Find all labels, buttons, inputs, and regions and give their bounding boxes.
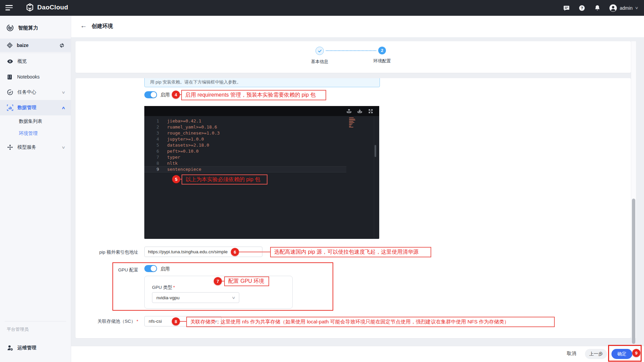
requirements-toggle[interactable] [144,91,157,98]
workspace-icon [7,42,13,48]
chevron-down-icon: ∨ [635,6,638,10]
sidebar: 智能算力 baize 概览 Notebooks 任务中心 ∨ 数据管理 [0,16,71,362]
info-alert: 用 pip 安装依赖。请在下方编辑框中输入参数。 [144,78,380,87]
pip-index-label: pip 额外索引包地址 [76,249,138,255]
annotation-badge-6: 6 [231,248,239,256]
switch-workspace-icon[interactable] [59,43,65,48]
code-line: 3rouge_chinese>=1.0.3 [144,130,379,136]
help-icon[interactable]: ? [578,4,586,12]
sidebar-item-model-service[interactable]: 模型服务 ∨ [0,140,71,155]
annotation-badge-8: 8 [172,317,180,325]
hamburger-icon[interactable] [5,5,13,10]
stepper: 基本信息 2 环境配置 [283,41,424,73]
user-menu[interactable]: admin ∨ [609,4,638,12]
code-line: 1jieba>=0.42.1 [144,118,379,124]
brand-name: DaoCloud [37,4,68,11]
annotation-box-8: 关联存储类；这里使用 nfs 作为共享存储（如果使用 local-path 可能… [186,317,555,327]
chevron-down-icon: ∨ [61,145,65,150]
code-line: 4jupyter>=1.0.0 [144,136,379,142]
page-title: 创建环境 [92,23,113,30]
form-card: 用 pip 安装依赖。请在下方编辑框中输入参数。 启用 4 启用 require… [76,78,631,338]
check-icon [318,49,322,53]
sidebar-item-overview[interactable]: 概览 [0,54,71,69]
download-icon[interactable] [357,108,362,114]
code-line: 9sentencepiece [144,166,346,172]
username: admin [620,5,633,11]
editor-toolbar [144,106,379,116]
annotation-box-4: 启用 requirements 管理，预装本实验需要依赖的 pip 包 [181,90,326,100]
upload-icon[interactable] [346,108,352,114]
annotation-badge-5: 5 [172,175,180,183]
svg-text:?: ? [581,6,583,10]
module-header: 智能算力 [0,16,71,39]
requirements-code-editor[interactable]: 1jieba>=0.42.12ruamel_yaml>=0.18.63rouge… [144,106,379,239]
step-current-circle: 2 [378,47,386,54]
main-content: ← 创建环境 基本信息 2 环境配置 用 pip 安装依赖。请在下方编辑框中输入… [71,16,644,362]
annotation-badge-9: 9 [632,349,640,357]
requirements-toggle-label: 启用 [160,92,170,98]
workspace-name: baize [17,43,59,48]
code-line: 2ruamel_yaml>=0.18.6 [144,124,379,130]
task-check-icon [7,89,13,96]
avatar-icon [609,4,617,12]
chevron-down-icon: ∨ [61,90,65,95]
annotation-box-6: 选配高速国内 pip 源，可以使拉包速度飞起，这里使用清华源 [270,247,431,257]
sidebar-item-data-management[interactable]: 数据管理 ∧ [0,100,71,115]
page-header: ← 创建环境 [71,16,644,38]
editor-scrollbar-thumb[interactable] [375,145,376,157]
code-editor-lines: 1jieba>=0.42.12ruamel_yaml>=0.18.63rouge… [144,118,379,172]
brand[interactable]: DaoCloud [26,3,68,12]
chevron-up-icon: ∧ [61,106,65,110]
storage-pool-label: 关联存储池（SC）* [76,318,138,324]
code-line: 5datasets>=2.18.0 [144,142,379,148]
sidebar-item-notebooks[interactable]: Notebooks [0,69,71,85]
divider [0,53,71,53]
divider [5,321,66,321]
book-icon [7,74,13,80]
annotation-box-7: 配置 GPU 环境 [224,276,269,286]
annotation-badge-4: 4 [172,91,180,99]
sidebar-item-env-management[interactable]: 环境管理 [0,127,71,140]
footer-bar: 取消 上一步 确定 [71,346,644,362]
storage-pool-value: nfs-csi [149,319,162,324]
daocloud-logo-icon [26,3,34,12]
sidebar-item-dataset-list[interactable]: 数据集列表 [0,115,71,127]
ops-person-gear-icon [7,345,13,351]
cancel-button[interactable]: 取消 [563,351,580,357]
annotation-frame-gpu [112,262,333,311]
stepper-card: 基本信息 2 环境配置 [76,41,631,73]
step-basic-info: 基本信息 [306,47,334,65]
sidebar-item-ops-management[interactable]: 运维管理 [7,345,36,351]
sidebar-item-task-center[interactable]: 任务中心 ∨ [0,85,71,100]
eye-icon [7,58,13,65]
bell-icon[interactable] [594,4,601,12]
chat-icon[interactable] [563,4,570,12]
annotation-line-6 [239,252,270,252]
model-nodes-icon [7,144,13,151]
annotation-box-5: 以上为本实验必须依赖的 pip 包 [182,174,267,185]
step-done-circle [315,47,324,55]
code-line: 6peft>=0.10.0 [144,148,379,154]
module-icon [6,24,14,32]
annotation-line-8 [179,321,186,322]
code-line: 7typer [144,154,379,160]
previous-step-button[interactable]: 上一步 [585,349,607,359]
code-line: 8nltk [144,160,379,166]
info-alert-text: 用 pip 安装依赖。请在下方编辑框中输入参数。 [150,79,241,85]
page-scrollbar-thumb[interactable] [632,199,635,344]
editor-scrollbar-track [374,116,374,239]
step-env-config: 2 环境配置 [368,47,396,64]
annotation-badge-7: 7 [214,277,222,285]
expand-icon[interactable] [368,108,373,114]
workspace-selector[interactable]: baize [0,39,71,52]
required-asterisk: * [137,319,138,324]
data-chart-icon [7,104,13,111]
requirements-toggle-row: 启用 [144,91,170,98]
back-arrow-icon[interactable]: ← [80,22,87,30]
sidebar-group-label: 平台管理员 [7,326,29,332]
topbar: DaoCloud ? admin ∨ [0,0,644,16]
